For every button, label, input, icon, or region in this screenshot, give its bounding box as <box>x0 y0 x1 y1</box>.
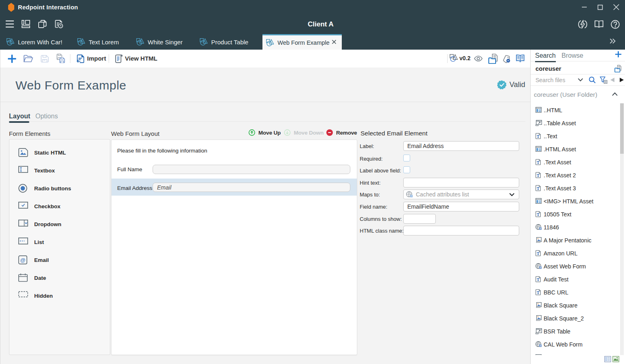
svg-text:@: @ <box>20 257 25 263</box>
